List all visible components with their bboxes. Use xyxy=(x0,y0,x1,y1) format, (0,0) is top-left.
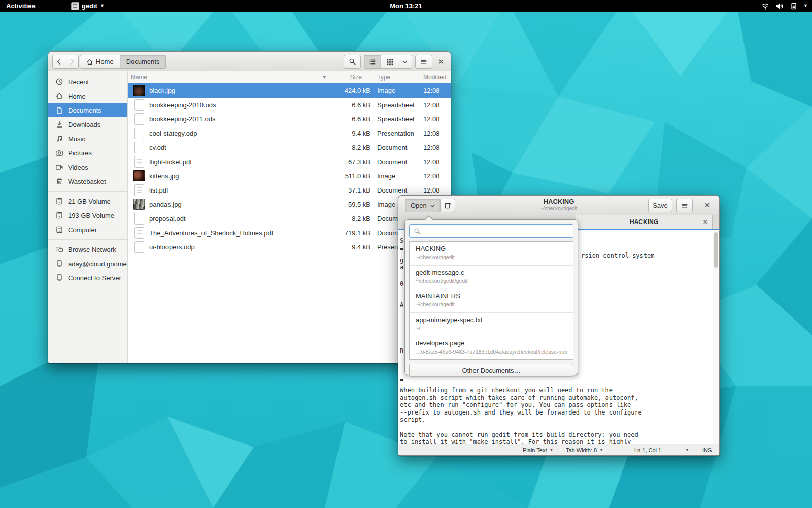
sidebar-item-label: Music xyxy=(68,135,85,143)
list-view-button[interactable] xyxy=(364,55,381,69)
recent-file-gedit-message-c[interactable]: gedit-message.c~/checkout/gedit/gedit xyxy=(410,266,573,290)
wifi-icon xyxy=(761,3,769,10)
file-row-kittens-jpg[interactable]: kittens.jpg511.0 kBImage12:08 xyxy=(128,169,451,183)
file-size: 9.4 kB xyxy=(330,130,370,137)
path-home-button[interactable]: Home xyxy=(80,55,120,69)
app-menu[interactable]: gedit ▼ xyxy=(66,0,110,12)
sidebar-item-recent[interactable]: Recent xyxy=(48,75,127,89)
recent-file-title: gedit-message.c xyxy=(416,269,567,276)
sidebar-item-21-gb-volume[interactable]: 21 GB Volume xyxy=(48,194,127,208)
tab-width-selector[interactable]: Tab Width: 8▼ xyxy=(566,444,603,455)
camera-icon xyxy=(55,149,63,157)
file-size: 59.5 kB xyxy=(330,201,370,208)
column-modified[interactable]: Modified xyxy=(419,74,451,81)
new-document-button[interactable] xyxy=(440,199,455,212)
gedit-menu-button[interactable] xyxy=(676,199,693,212)
editor-paragraphs: When building from a git checkout you wi… xyxy=(400,387,642,444)
gedit-headerbar: Open HACKING ~/checkout/gedit Save ✕ xyxy=(398,196,719,215)
sidebar-item-label: 21 GB Volume xyxy=(68,198,111,205)
path-bar: Home Documents xyxy=(80,55,166,69)
file-size: 6.6 kB xyxy=(330,115,370,123)
path-current-button[interactable]: Documents xyxy=(120,55,166,69)
recent-file-title: MAINTAINERS xyxy=(416,292,567,300)
image-thumbnail xyxy=(133,170,145,181)
sidebar-item-browse-network[interactable]: Browse Network xyxy=(48,242,127,257)
activities-button[interactable]: Activities xyxy=(0,0,42,12)
files-close-icon[interactable]: ✕ xyxy=(435,56,447,68)
view-options-button[interactable] xyxy=(398,55,412,69)
recent-file-app-mimetype-spec-txt[interactable]: app-mimetype-spec.txt~/ xyxy=(410,313,573,337)
sidebar-item-label: Pictures xyxy=(68,149,92,157)
file-type: Image xyxy=(370,87,419,94)
column-name[interactable]: Name ▼ xyxy=(128,74,330,81)
recent-file-hacking[interactable]: HACKING~/checkout/gedit xyxy=(410,242,573,266)
forward-button[interactable] xyxy=(65,55,79,69)
sidebar-item-videos[interactable]: Videos xyxy=(48,160,127,174)
file-type: Spreadsheet xyxy=(370,101,419,109)
system-status-area[interactable]: ▼ xyxy=(761,0,808,12)
column-size[interactable]: Size xyxy=(330,74,370,81)
file-row-black-jpg[interactable]: black.jpg424.0 kBImage12:08 xyxy=(128,83,451,98)
window-menu-button[interactable] xyxy=(415,55,432,69)
sidebar-item-aday-cloud-gnome[interactable]: aday@cloud.gnome.... xyxy=(48,257,127,271)
sidebar-item-label: Recent xyxy=(68,78,89,86)
open-button[interactable]: Open xyxy=(405,199,441,212)
document-icon xyxy=(134,113,144,125)
clock[interactable]: Mon 13:21 xyxy=(390,2,422,10)
column-type[interactable]: Type xyxy=(370,74,419,81)
tab-close-icon[interactable]: ✕ xyxy=(701,217,710,227)
tab-hacking[interactable]: HACKING ✕ xyxy=(576,215,713,229)
search-button[interactable] xyxy=(344,55,361,69)
sidebar-item-computer[interactable]: Computer xyxy=(48,223,127,237)
editor-text-fragment: rsion control system xyxy=(581,252,655,259)
drive-icon xyxy=(55,226,63,234)
file-row-bookkeeping-2010-ods[interactable]: bookkeeping-2010.ods6.6 kBSpreadsheet12:… xyxy=(128,98,451,112)
other-documents-button[interactable]: Other Documents… xyxy=(409,364,573,377)
editor-text-fragment: = xyxy=(400,376,403,384)
grid-view-button[interactable] xyxy=(381,55,398,69)
file-size: 8.2 kB xyxy=(330,144,370,151)
caret-down-icon xyxy=(430,203,435,208)
sidebar-item-193-gb-volume[interactable]: 193 GB Volume xyxy=(48,208,127,223)
home-icon xyxy=(55,92,63,100)
recent-file-path: ~/ xyxy=(416,325,567,331)
document-icon xyxy=(134,156,144,168)
sidebar-item-music[interactable]: Music xyxy=(48,132,127,146)
file-row-cool-stategy-odp[interactable]: cool-stategy.odp9.4 kBPresentation12:08 xyxy=(128,126,451,140)
recent-file-developers-page[interactable]: developers.page…0-8aa5-46a6-9483-7a7183c… xyxy=(410,336,573,360)
files-window: Home Documents xyxy=(48,51,451,363)
editor-text-fragment: A xyxy=(400,301,403,308)
search-input[interactable] xyxy=(424,227,569,235)
file-type: Document xyxy=(370,186,419,194)
scrollbar-thumb[interactable] xyxy=(714,232,718,268)
recent-file-maintainers[interactable]: MAINTAINERS~/checkout/gedit xyxy=(410,289,573,313)
file-row-flight-ticket-pdf[interactable]: flight-ticket.pdf67.3 kBDocument12:08 xyxy=(128,154,451,169)
editor-text-fragment: S xyxy=(400,237,403,244)
gedit-close-icon[interactable]: ✕ xyxy=(702,200,713,211)
sidebar-item-pictures[interactable]: Pictures xyxy=(48,146,127,160)
clock-icon xyxy=(55,78,63,86)
file-type: Presentation xyxy=(370,130,419,137)
sidebar-item-wastebasket[interactable]: Wastebasket xyxy=(48,174,127,188)
file-name: bookkeeping-2010.ods xyxy=(149,101,330,109)
volume-icon xyxy=(775,3,784,10)
sidebar-item-label: Wastebasket xyxy=(68,178,106,185)
sidebar-item-home[interactable]: Home xyxy=(48,89,127,103)
gedit-statusbar: Plain Text▼ Tab Width: 8▼ Ln 1, Col 1 ▼ … xyxy=(399,444,719,455)
statusbar-caret[interactable]: ▼ xyxy=(685,444,689,455)
file-row-bookkeeping-2011-ods[interactable]: bookkeeping-2011.ods6.6 kBSpreadsheet12:… xyxy=(128,112,451,126)
sidebar-item-connect-to-server[interactable]: Connect to Server xyxy=(48,271,127,285)
file-row-cv-odt[interactable]: cv.odt8.2 kBDocument12:08 xyxy=(128,140,451,154)
open-recent-popover: HACKING~/checkout/geditgedit-message.c~/… xyxy=(404,219,578,375)
files-headerbar: Home Documents xyxy=(48,52,451,71)
back-button[interactable] xyxy=(52,55,65,69)
search-field[interactable] xyxy=(409,224,573,238)
sidebar-item-documents[interactable]: Documents xyxy=(48,103,127,117)
sidebar-item-downloads[interactable]: Downloads xyxy=(48,117,127,132)
gedit-app-icon xyxy=(71,2,79,10)
file-modified: 12:08 xyxy=(419,144,451,151)
save-button[interactable]: Save xyxy=(648,199,672,212)
editor-scrollbar[interactable] xyxy=(713,230,719,444)
recent-file-title: developers.page xyxy=(416,339,567,347)
language-selector[interactable]: Plain Text▼ xyxy=(523,444,553,455)
